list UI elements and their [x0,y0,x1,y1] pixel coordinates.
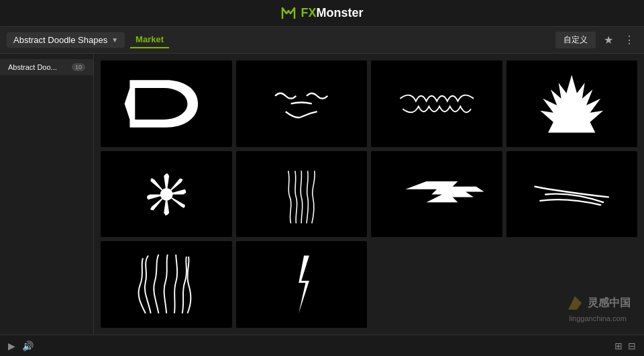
thumbnail-4[interactable] [506,60,638,147]
bottom-bar: ▶ 🔊 ⊞ ⊟ [0,335,644,356]
thumbnail-2[interactable] [236,60,368,147]
grid-icon[interactable]: ⊞ [614,341,623,351]
logo-monster: Monster [317,6,364,19]
lightning-shape-svg [249,250,354,319]
thumbnail-7[interactable] [371,151,502,238]
flame-shape-svg [519,69,624,138]
teeth-shape-svg [384,69,489,138]
hair-shape-svg [114,250,219,319]
scratches-shape-svg [519,160,624,229]
logo-m-icon [280,5,297,21]
preset-dropdown[interactable]: Abstract Doodle Shapes ▼ [7,32,125,48]
ribbon-shape-svg [384,160,489,229]
thumbnail-10[interactable] [236,241,368,328]
bottom-left: ▶ 🔊 [8,341,34,351]
gallery [94,54,644,335]
thumbnail-8[interactable] [506,151,638,238]
toolbar-right: 自定义 ★ ⋮ [555,31,637,49]
main-content: Abstract Doo... 10 [0,54,644,335]
more-options-icon[interactable]: ⋮ [621,31,637,49]
play-icon[interactable]: ▶ [8,341,15,351]
bottom-right: ⊞ ⊟ [614,341,636,351]
favorite-icon[interactable]: ★ [601,31,616,49]
market-tab[interactable]: Market [130,32,169,48]
logo-text: FXMonster [301,6,363,20]
toolbar: Abstract Doodle Shapes ▼ Market 自定义 ★ ⋮ [0,27,644,54]
splat-shape-svg [114,160,219,229]
thumbnail-3[interactable] [371,60,502,147]
chevron-down-icon: ▼ [111,36,118,44]
thumbnail-9[interactable] [101,241,232,328]
seaweed-shape-svg [249,160,354,229]
layout-icon[interactable]: ⊟ [628,341,636,351]
sound-icon[interactable]: 🔊 [22,341,34,351]
preset-dropdown-label: Abstract Doodle Shapes [13,35,107,45]
sidebar-item-abstract-doodle[interactable]: Abstract Doo... 10 [0,59,93,75]
sidebar-item-label: Abstract Doo... [8,63,57,71]
top-bar: FXMonster [0,0,644,27]
app-logo: FXMonster [280,5,363,21]
thumbnail-5[interactable] [101,151,232,238]
thumbnail-1[interactable] [101,60,232,147]
logo-fx: FX [301,6,316,19]
thumbnail-6[interactable] [236,151,368,238]
customize-button[interactable]: 自定义 [555,32,596,48]
sidebar: Abstract Doo... 10 [0,54,94,335]
arrow-shape-svg [114,69,219,138]
sidebar-item-badge: 10 [72,63,85,71]
lines-shape-svg [249,69,354,138]
